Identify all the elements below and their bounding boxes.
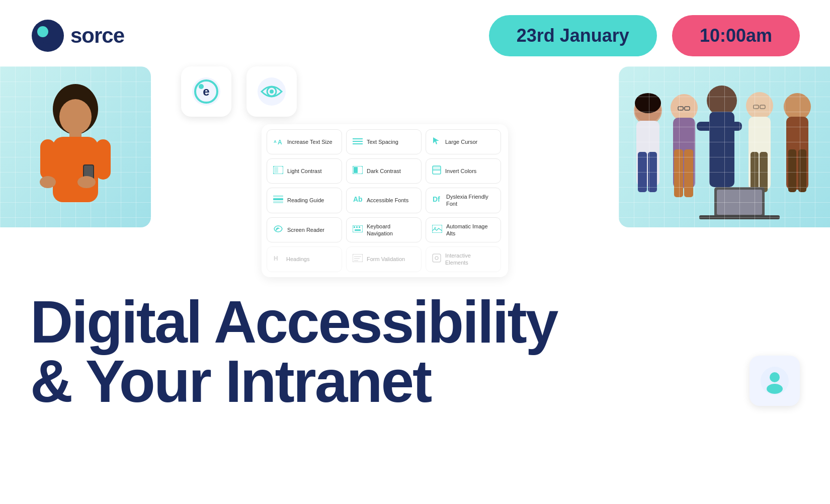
light-contrast-label: Light Contrast (287, 167, 321, 175)
svg-point-51 (435, 257, 438, 260)
date-time-area: 23rd January 10:00am (489, 15, 800, 56)
svg-point-83 (770, 372, 780, 382)
svg-text:H: H (274, 255, 278, 262)
headings-label: Headings (286, 256, 309, 263)
dark-contrast-label: Dark Contrast (367, 167, 401, 175)
acc-logo-box-2 (246, 66, 297, 117)
dyslexia-icon: Df (432, 195, 442, 206)
main-heading-line2: & Your Intranet (30, 352, 800, 411)
contrast-light-icon (273, 166, 283, 176)
svg-point-18 (199, 84, 204, 89)
grid-item-invert-colors[interactable]: Invert Colors (426, 158, 501, 184)
image-alt-icon (432, 225, 442, 235)
keyboard-icon (353, 225, 363, 234)
accessible-fonts-label: Accessible Fonts (367, 197, 408, 204)
interactive-icon (432, 254, 441, 265)
svg-rect-46 (353, 254, 363, 262)
svg-text:Ab: Ab (353, 195, 363, 203)
svg-rect-34 (273, 198, 283, 200)
auto-image-alts-label: Automatic Image Alts (446, 223, 494, 237)
headings-icon: H (273, 254, 282, 264)
svg-rect-50 (433, 254, 441, 262)
grid-item-large-cursor[interactable]: Large Cursor (426, 129, 501, 154)
main-heading-line1: Digital Accessibility (30, 292, 800, 352)
increase-text-label: Increase Text Size (287, 138, 333, 145)
dyslexia-font-label: Dyslexia Friendly Font (446, 193, 494, 208)
logo-area: sorce (30, 18, 124, 53)
grid-item-interactive[interactable]: Interactive Elements (426, 246, 501, 272)
svg-rect-32 (433, 166, 441, 170)
svg-rect-41 (359, 226, 360, 228)
grid-item-dyslexia-font[interactable]: Df Dyslexia Friendly Font (426, 188, 501, 213)
accessibility-logos: e (181, 66, 297, 117)
svg-text:A: A (278, 139, 282, 146)
screen-reader-icon (273, 225, 283, 235)
svg-rect-33 (273, 195, 283, 197)
grid-item-screen-reader[interactable]: Screen Reader (267, 217, 342, 243)
form-validation-label: Form Validation (367, 256, 405, 263)
grid-item-increase-text[interactable]: AA Increase Text Size (267, 129, 342, 154)
svg-rect-10 (96, 139, 111, 180)
avatar-icon (760, 366, 790, 396)
svg-point-13 (40, 176, 56, 188)
svg-rect-25 (353, 141, 363, 142)
contrast-dark-icon (353, 166, 363, 176)
right-photo-grid-bg (619, 66, 830, 227)
center-panel: e AA Increase (151, 66, 619, 277)
grid-item-reading-guide[interactable]: Reading Guide (267, 188, 342, 213)
svg-rect-40 (356, 226, 358, 228)
woman-figure (25, 81, 126, 227)
svg-rect-42 (355, 229, 361, 231)
svg-point-84 (767, 384, 783, 394)
svg-point-14 (77, 176, 96, 188)
grid-item-form-validation[interactable]: Form Validation (346, 246, 422, 272)
invert-colors-label: Invert Colors (445, 167, 476, 175)
middle-section: e AA Increase (0, 61, 830, 282)
invert-icon (432, 165, 441, 177)
grid-item-text-spacing[interactable]: Text Spacing (346, 129, 422, 154)
cursor-icon (432, 136, 441, 147)
text-spacing-icon (353, 137, 363, 147)
header: sorce 23rd January 10:00am (0, 0, 830, 61)
keyboard-nav-label: Keyboard Navigation (367, 223, 415, 237)
svg-text:A: A (274, 139, 277, 144)
screen-reader-label: Screen Reader (287, 226, 324, 233)
svg-rect-35 (273, 201, 283, 203)
date-pill: 23rd January (489, 15, 657, 56)
svg-rect-24 (353, 138, 363, 139)
bottom-text: Digital Accessibility & Your Intranet (0, 282, 830, 416)
form-icon (353, 254, 363, 264)
left-photo (0, 66, 151, 227)
svg-point-6 (59, 99, 92, 134)
svg-text:Df: Df (433, 195, 440, 203)
grid-item-accessible-fonts[interactable]: Ab Accessible Fonts (346, 188, 422, 213)
grid-item-headings[interactable]: H Headings (267, 246, 342, 272)
acc-logo-box-1: e (181, 66, 231, 117)
svg-rect-30 (354, 167, 358, 173)
grid-item-auto-image-alts[interactable]: Automatic Image Alts (426, 217, 501, 243)
interactive-label: Interactive Elements (445, 252, 494, 267)
reading-guide-label: Reading Guide (287, 197, 324, 204)
time-pill: 10:00am (672, 15, 800, 56)
grid-item-dark-contrast[interactable]: Dark Contrast (346, 158, 422, 184)
avatar-circle (750, 356, 800, 406)
large-cursor-label: Large Cursor (445, 138, 477, 145)
svg-point-21 (270, 90, 274, 94)
text-size-icon: AA (273, 136, 283, 148)
svg-rect-43 (432, 225, 442, 233)
svg-rect-28 (274, 167, 278, 173)
svg-rect-9 (40, 139, 55, 180)
svg-rect-26 (353, 143, 363, 144)
fonts-icon: Ab (353, 195, 363, 206)
right-photo (619, 66, 830, 227)
grid-panel: AA Increase Text Size Text Spacing Large… (262, 124, 508, 277)
logo-icon (30, 18, 65, 53)
svg-point-4 (37, 26, 48, 37)
text-spacing-label: Text Spacing (367, 138, 398, 145)
reading-icon (273, 195, 283, 205)
logo-text: sorce (70, 24, 124, 48)
svg-rect-39 (354, 226, 355, 228)
svg-text:e: e (203, 85, 209, 98)
grid-item-keyboard-nav[interactable]: Keyboard Navigation (346, 217, 422, 243)
grid-item-light-contrast[interactable]: Light Contrast (267, 158, 342, 184)
